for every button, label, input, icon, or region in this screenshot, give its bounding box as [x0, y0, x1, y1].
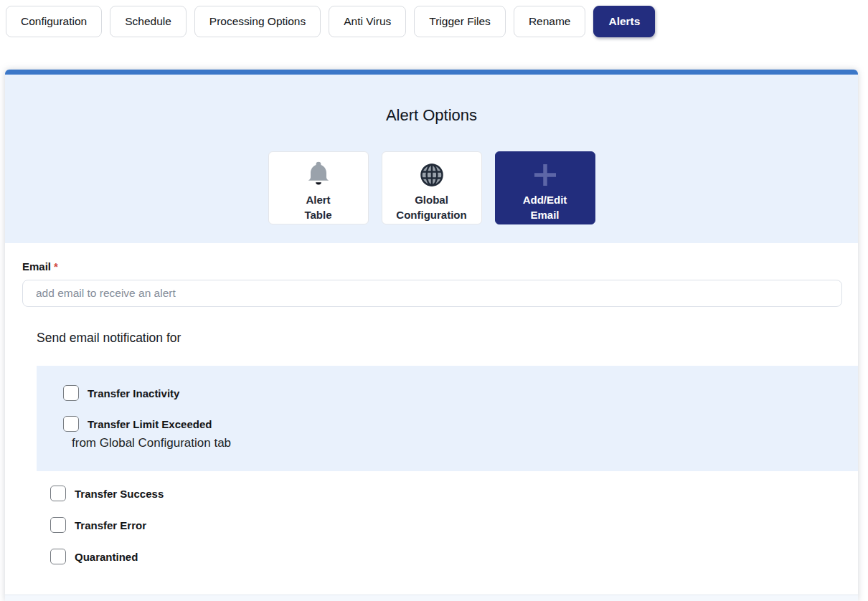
email-label-text: Email	[22, 260, 51, 273]
tab-schedule[interactable]: Schedule	[110, 6, 187, 37]
quarantined-row: Quarantined	[50, 549, 138, 564]
page-title: Alert Options	[5, 106, 858, 125]
checkbox-label: Transfer Success	[75, 488, 164, 500]
checkbox-label: Transfer Error	[75, 519, 146, 531]
tab-trigger-files[interactable]: Trigger Files	[414, 6, 506, 37]
transfer-limit-exceeded-row: Transfer Limit Exceeded	[63, 416, 212, 432]
email-input[interactable]	[22, 280, 842, 307]
tab-rename[interactable]: Rename	[514, 6, 586, 37]
tab-alerts[interactable]: Alerts	[593, 6, 655, 37]
checkbox-label: Quarantined	[75, 551, 138, 563]
tab-configuration[interactable]: Configuration	[6, 6, 102, 37]
card-label-line2: Email	[523, 207, 567, 222]
email-alert-form: Email* Send email notification for Trans…	[5, 243, 858, 595]
panel-accent-bar	[5, 70, 858, 75]
bell-icon	[303, 158, 334, 192]
transfer-limit-exceeded-checkbox[interactable]	[63, 416, 79, 432]
tab-processing-options[interactable]: Processing Options	[194, 6, 321, 37]
card-label: Alert Table	[304, 192, 331, 222]
notification-section-label: Send email notification for	[37, 331, 181, 346]
global-notification-box: Transfer Inactivity Transfer Limit Excee…	[37, 366, 858, 471]
transfer-error-checkbox[interactable]	[50, 517, 66, 533]
transfer-success-checkbox[interactable]	[50, 486, 66, 501]
alert-table-card[interactable]: Alert Table	[268, 151, 369, 224]
footer-strip	[5, 595, 858, 601]
required-asterisk: *	[54, 260, 58, 273]
transfer-error-row: Transfer Error	[50, 517, 146, 533]
alerts-panel: Alert Options Alert Table	[5, 70, 858, 601]
add-edit-email-card[interactable]: Add/Edit Email	[495, 151, 595, 224]
card-label-line2: Configuration	[396, 207, 466, 222]
transfer-success-row: Transfer Success	[50, 486, 164, 501]
transfer-inactivity-row: Transfer Inactivity	[63, 385, 179, 401]
plus-icon	[529, 158, 561, 192]
transfer-inactivity-checkbox[interactable]	[63, 385, 79, 401]
alert-mode-cards: Alert Table Global Config	[5, 151, 858, 224]
card-label-line2: Table	[304, 207, 331, 222]
tab-bar: Configuration Schedule Processing Option…	[6, 6, 655, 37]
card-label-line1: Add/Edit	[523, 192, 567, 207]
tab-anti-virus[interactable]: Anti Virus	[329, 6, 406, 37]
alert-options-header: Alert Options Alert Table	[5, 75, 858, 243]
card-label-line1: Alert	[304, 192, 331, 207]
card-label-line1: Global	[396, 192, 466, 207]
globe-icon	[418, 158, 446, 192]
checkbox-label: Transfer Inactivity	[88, 387, 179, 399]
global-configuration-note: from Global Configuration tab	[72, 436, 231, 450]
checkbox-label: Transfer Limit Exceeded	[88, 418, 212, 430]
card-label: Add/Edit Email	[523, 192, 567, 222]
quarantined-checkbox[interactable]	[50, 549, 66, 564]
global-configuration-card[interactable]: Global Configuration	[382, 151, 482, 224]
card-label: Global Configuration	[396, 192, 466, 222]
email-field-label: Email*	[22, 260, 58, 273]
